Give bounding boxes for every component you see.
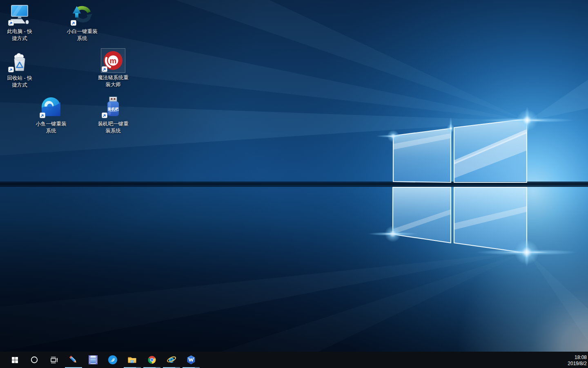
taskbar-clock[interactable]: 18:08 2019/8/2 [565, 352, 588, 368]
shortcut-arrow-icon [8, 67, 14, 72]
filmstrip-icon [88, 355, 98, 365]
taskbar-app-wps[interactable] [181, 352, 201, 368]
ie-icon [166, 355, 177, 365]
shortcut-arrow-icon [102, 112, 107, 118]
desktop-icon-label: 小白一键重装 系统 [67, 28, 98, 42]
chrome-icon [147, 355, 157, 365]
clock-time: 18:08 [575, 355, 587, 361]
wps-hexagon-icon [186, 355, 196, 365]
task-view-icon [50, 356, 58, 364]
task-view-button[interactable] [44, 352, 64, 368]
taskbar: 18:08 2019/8/2 [0, 352, 588, 368]
shortcut-arrow-icon [8, 20, 14, 26]
desktop-icon-zhuangjiba[interactable]: 装机吧 装机吧一键重 装系统 [97, 95, 129, 134]
desktop-icon-xiaobai[interactable]: 小白一键重装 系统 [66, 2, 98, 42]
desktop-icon-label: 装机吧一键重 装系统 [98, 121, 129, 134]
taskbar-app-ink-pencil[interactable] [64, 352, 83, 368]
folder-icon [127, 355, 138, 365]
bird-wing-icon [107, 355, 118, 365]
clock-date: 2019/8/2 [568, 361, 587, 367]
start-button[interactable] [5, 352, 24, 368]
windows-hero-wallpaper [0, 0, 588, 352]
windows-logo-icon [11, 357, 18, 364]
desktop-icon-this-pc[interactable]: 此电脑 - 快 捷方式 [3, 2, 36, 42]
taskbar-app-bird[interactable] [103, 352, 122, 368]
taskbar-app-file-explorer[interactable] [122, 352, 142, 368]
desktop-icon-label: 小鱼一键重装 系统 [36, 121, 67, 134]
taskbar-app-chrome[interactable] [142, 352, 162, 368]
svg-text:m: m [110, 56, 117, 65]
search-circle-icon [30, 356, 38, 364]
shortcut-arrow-icon [40, 112, 45, 118]
desktop-icon-mofazhu[interactable]: m 魔法猪系统重 装大师 [97, 49, 129, 88]
svg-text:装机吧: 装机吧 [108, 107, 119, 111]
desktop-icon-label: 魔法猪系统重 装大师 [98, 74, 129, 88]
desktop: 此电脑 - 快 捷方式 小白一键重装 [0, 0, 588, 352]
search-button[interactable] [24, 352, 44, 368]
desktop-icon-recycle-bin[interactable]: 回收站 - 快 捷方式 [3, 49, 36, 88]
desktop-icon-xiaoyu[interactable]: 小鱼一键重装 系统 [35, 95, 67, 134]
shortcut-arrow-icon [71, 20, 76, 26]
pencil-icon [68, 355, 79, 365]
taskbar-app-video-player[interactable] [83, 352, 103, 368]
desktop-icon-label: 回收站 - 快 捷方式 [7, 75, 32, 88]
shortcut-arrow-icon [102, 66, 107, 72]
taskbar-app-ie[interactable] [162, 352, 181, 368]
desktop-icon-label: 此电脑 - 快 捷方式 [7, 28, 32, 42]
